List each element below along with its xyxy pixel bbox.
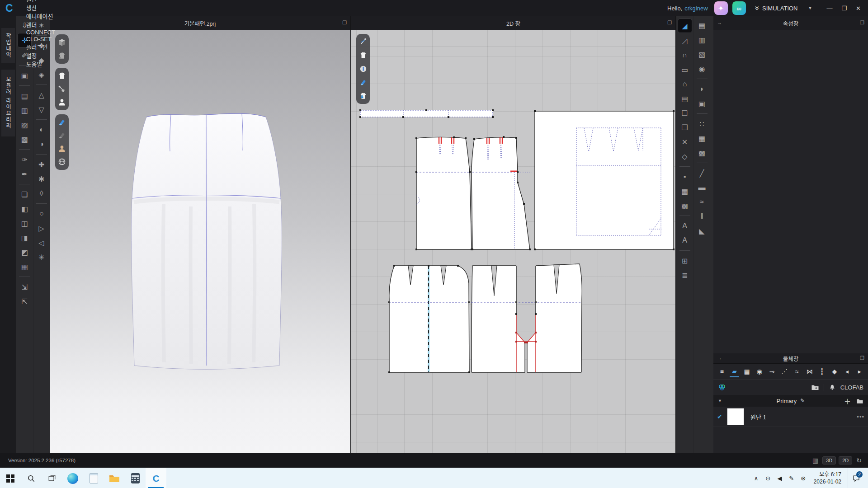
show-mannequin-icon[interactable] — [57, 144, 66, 153]
menu-production[interactable]: 생산 — [20, 3, 66, 12]
notepad-button[interactable] — [83, 468, 104, 488]
baseline-icon[interactable]: ≣ — [678, 268, 692, 282]
menu-settings[interactable]: 설정 — [20, 51, 66, 60]
grid-layout-icon[interactable]: ⊞ — [678, 254, 692, 267]
viewport-2d-titlebar[interactable]: 2D 창 ❐ — [351, 16, 675, 30]
bow-tab-icon[interactable]: ⋈ — [805, 366, 815, 377]
pattern-piece-back-top[interactable] — [472, 136, 532, 250]
ai-assistant-button[interactable]: ✦ — [714, 1, 728, 15]
sewing-machine-icon[interactable]: ▤ — [18, 89, 31, 103]
fabric-swatch[interactable] — [727, 408, 744, 425]
safely-remove-icon[interactable]: ⊗ — [798, 474, 808, 483]
wrap-rotate-icon[interactable]: ◩ — [18, 245, 31, 259]
pattern-piece-back-bottom-right[interactable] — [527, 264, 582, 372]
show-environment-icon[interactable] — [57, 157, 66, 166]
free-sew-2d-icon[interactable]: ▥ — [695, 33, 709, 47]
buttonhole-tab-icon[interactable]: ⊸ — [767, 366, 777, 377]
float-window-icon[interactable]: ❐ — [860, 355, 864, 361]
taskbar-search-button[interactable] — [21, 468, 42, 488]
sync-refresh-icon[interactable]: ↻ — [856, 457, 862, 464]
pattern-label-icon[interactable]: A — [678, 234, 692, 247]
volume-muted-icon[interactable]: ◀ — [775, 474, 785, 483]
fabric-more-menu[interactable]: ••• — [857, 413, 864, 420]
notch-icon[interactable]: ╱ — [695, 166, 709, 180]
network-icon[interactable]: ⊙ — [763, 474, 773, 483]
show-pattern-icon[interactable] — [359, 51, 368, 60]
export-pose-icon[interactable]: ▷ — [35, 221, 48, 235]
properties-titlebar[interactable]: → 속성창 ❐ — [713, 16, 868, 30]
view-2d-button[interactable]: 2D — [839, 456, 852, 465]
button-tab-icon[interactable]: ◉ — [755, 366, 764, 377]
edge-browser-button[interactable] — [62, 468, 83, 488]
pattern-piece-back-bottom-left[interactable] — [472, 266, 525, 372]
viewport-3d-canvas[interactable] — [50, 30, 350, 454]
transform-pattern-icon[interactable]: ◢ — [678, 19, 692, 33]
show-fabric-icon[interactable] — [57, 118, 66, 127]
add-colorway-icon[interactable]: ＋ — [844, 396, 851, 406]
lock-pattern-icon[interactable] — [359, 92, 368, 100]
menu-connect[interactable]: CONNECT — [20, 29, 66, 36]
viewport-2d-canvas[interactable] — [351, 30, 675, 454]
misc-tool-icon[interactable]: ✳ — [35, 250, 48, 264]
object-browser-titlebar[interactable]: → 물체창 ❐ — [713, 353, 868, 364]
fold-garment-icon[interactable]: ⇱ — [18, 295, 31, 308]
menu-animation[interactable]: 애니메이션 — [20, 12, 66, 20]
show-pin-icon[interactable] — [57, 84, 66, 94]
wrap-body-icon[interactable]: ◨ — [18, 231, 31, 244]
tshirt-tool-icon[interactable]: ▦ — [18, 260, 31, 273]
menu-help[interactable]: 도움말 — [20, 60, 66, 68]
grading-icon[interactable]: ▦ — [678, 184, 692, 198]
layout-columns-icon[interactable]: ▥ — [812, 457, 818, 464]
trace-pattern-icon[interactable]: ☐ — [678, 106, 692, 120]
clo-app-button[interactable]: C — [146, 468, 166, 488]
dart-tool-icon[interactable]: ▪ — [678, 170, 692, 183]
fold-arrangement-icon[interactable]: ❏ — [18, 188, 31, 201]
fabric-swap-icon[interactable]: ∷ — [695, 117, 709, 131]
viewport-3d-titlebar[interactable]: 기본패턴.zprj ❐ — [50, 16, 350, 30]
colorway-icon[interactable]: ▦ — [695, 131, 709, 145]
taskbar-clock[interactable]: 오후 6:17 2026-01-02 — [814, 471, 841, 485]
pattern-piece-front-bottom[interactable] — [388, 265, 470, 373]
scene-list-icon[interactable]: ≡ — [717, 366, 727, 377]
menu-clo-set[interactable]: CLO-SET — [20, 36, 66, 42]
texture-check-icon[interactable]: ▩ — [695, 146, 709, 160]
trim-tab-icon[interactable]: ◆ — [830, 366, 840, 377]
import-pose-icon[interactable]: ◁ — [35, 236, 48, 249]
pin-3d-icon[interactable]: ✒ — [18, 167, 31, 181]
pin-tool-icon[interactable]: ✑ — [18, 153, 31, 166]
clofab-bell-icon[interactable] — [829, 384, 836, 391]
username[interactable]: crkginew — [684, 5, 708, 12]
view-3d-button[interactable]: 3D — [822, 456, 836, 465]
rectangle-pattern-icon[interactable]: ▭ — [678, 63, 692, 76]
show-fabric-2d-icon[interactable] — [359, 78, 368, 87]
pen-input-icon[interactable]: ✎ — [787, 474, 797, 483]
edit-pattern-icon[interactable]: ◿ — [678, 34, 692, 47]
tab-modular-library[interactable]: 모듈러 라이브러리 — [1, 70, 15, 136]
simulation-dropdown-caret[interactable]: ▼ — [808, 6, 812, 10]
arrangement-board-icon[interactable]: ▽ — [35, 103, 48, 116]
action-center-button[interactable]: 2 — [848, 468, 864, 488]
seam-allowance-icon[interactable]: ◇ — [678, 150, 692, 163]
arrangement-point-icon[interactable]: △ — [35, 88, 48, 102]
pattern-piece-front-top[interactable] — [415, 136, 472, 250]
show-avatar-icon[interactable] — [57, 98, 66, 107]
hatch-fill-icon[interactable]: ▩ — [678, 199, 692, 212]
flip-fold-icon[interactable]: ◣ — [695, 224, 709, 238]
mn-sew-icon[interactable]: ▧ — [695, 47, 709, 61]
show-sewing-icon[interactable] — [359, 38, 368, 46]
detect-sew-icon[interactable]: ◉ — [695, 62, 709, 75]
fabric-texture-icon[interactable]: ✚ — [35, 158, 48, 171]
outer-garment-icon[interactable]: ◧ — [18, 202, 31, 216]
clone-pattern-icon[interactable]: ❐ — [678, 121, 692, 134]
show-trims-icon[interactable] — [57, 131, 66, 140]
simulation-toggle[interactable]: » SIMULATION ▼ — [755, 4, 812, 13]
stress-map-icon[interactable]: ◊ — [35, 187, 48, 200]
zipper-tab-icon[interactable]: ┇ — [817, 366, 827, 377]
file-explorer-button[interactable] — [104, 468, 125, 488]
half-garment-icon[interactable]: ◫ — [18, 216, 31, 230]
shirring-tool-icon[interactable]: ▤ — [678, 92, 692, 105]
clo-set-app-button[interactable]: ∞ — [732, 1, 746, 15]
internal-line-icon[interactable]: ▬ — [695, 181, 709, 194]
text-tool-icon[interactable]: A — [678, 219, 692, 233]
checker-fit-icon[interactable]: ✱ — [35, 172, 48, 186]
